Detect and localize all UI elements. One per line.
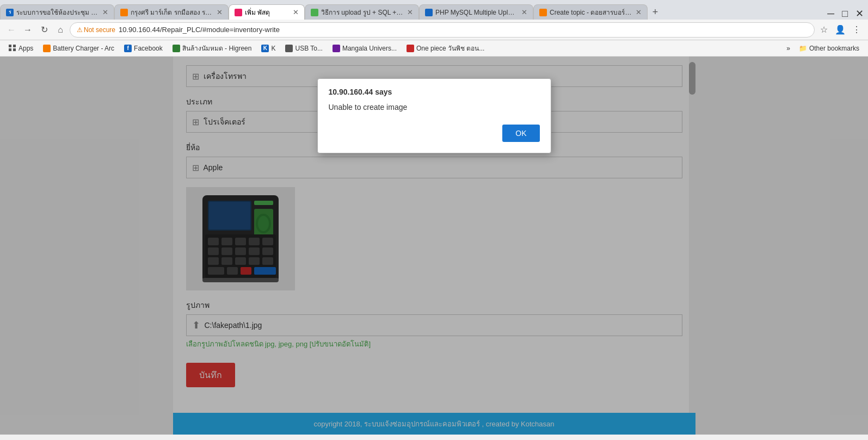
new-tab-button[interactable]: +	[648, 4, 663, 20]
bookmark-onepiece-label: One piece วันพิช ตอน...	[416, 43, 484, 53]
reload-button[interactable]: ↻	[37, 23, 51, 37]
dialog-title: 10.90.160.44 says	[329, 88, 540, 96]
back-button[interactable]: ←	[4, 23, 19, 37]
tab-2[interactable]: กรุงศรี มาร์เก็ต รกมือสอง รถเต็น... ✕	[114, 4, 229, 20]
tab-1-favicon: ร	[6, 9, 14, 16]
close-button[interactable]: ✕	[853, 8, 866, 20]
tab-6[interactable]: Create topic - ดอยสารบอร์ด สำห... ✕	[533, 4, 648, 20]
not-secure-indicator: ⚠ Not secure	[77, 26, 115, 34]
tab-3[interactable]: เพิ่ม พัสดุ ✕	[229, 4, 305, 20]
mangala-favicon	[333, 45, 340, 52]
tab-1-close[interactable]: ✕	[99, 8, 108, 16]
tab-3-favicon	[235, 9, 242, 16]
nav-bar: ← → ↻ ⌂ ⚠ Not secure 10.90.160.44/Repair…	[0, 20, 868, 40]
dialog-overlay: 10.90.160.44 says Unable to create image…	[0, 57, 868, 435]
bookmark-sinlangnum[interactable]: สินล้างนัมหมด - Higreen	[168, 42, 256, 54]
minimize-button[interactable]: ─	[825, 8, 836, 20]
dialog-ok-button[interactable]: OK	[502, 125, 539, 142]
k-favicon: K	[261, 45, 269, 52]
bookmark-apps-label: Apps	[19, 45, 33, 52]
tab-4-close[interactable]: ✕	[404, 8, 413, 16]
bookmark-usb-label: USB To...	[295, 45, 322, 52]
tab-5-title: PHP MySQL Multiple Upload F...	[435, 9, 518, 16]
tab-2-favicon	[120, 9, 128, 16]
dialog-box: 10.90.160.44 says Unable to create image…	[317, 78, 551, 153]
sinlangnum-favicon	[173, 45, 180, 52]
tab-2-close[interactable]: ✕	[213, 8, 223, 16]
bookmark-sinlangnum-label: สินล้างนัมหมด - Higreen	[182, 43, 252, 53]
bookmark-battery-label: Battery Charger - Arc	[53, 45, 114, 52]
bookmark-k[interactable]: K K	[257, 44, 280, 53]
facebook-favicon: f	[124, 45, 132, 52]
not-secure-label: Not secure	[84, 26, 115, 34]
bookmark-usb[interactable]: USB To...	[281, 44, 327, 53]
nav-right-controls: ☆ 👤 ⋮	[817, 23, 864, 37]
bookmark-apps[interactable]: Apps	[4, 44, 38, 53]
tab-6-favicon	[539, 9, 547, 16]
profile-button[interactable]: 👤	[833, 23, 847, 37]
tab-4-title: วิธีการ upload รูป + SQL + Resi...	[321, 7, 404, 17]
tab-5-favicon	[425, 9, 433, 16]
maximize-button[interactable]: □	[840, 8, 850, 20]
bookmark-k-label: K	[271, 45, 275, 52]
address-url: 10.90.160.44/Repair_PLC/#module=inventor…	[119, 26, 280, 34]
bookmark-facebook-label: Facebook	[134, 45, 163, 52]
tab-3-title: เพิ่ม พัสดุ	[245, 7, 270, 17]
bookmarks-star-button[interactable]: ☆	[817, 23, 831, 37]
tab-bar: ร ระบบการขอใช้ห้องประชุม มหาวิท... ✕ กรุ…	[0, 0, 868, 20]
bookmark-battery[interactable]: Battery Charger - Arc	[39, 44, 119, 53]
onepiece-favicon	[407, 45, 414, 52]
tab-4-favicon	[311, 9, 318, 16]
browser-chrome: ร ระบบการขอใช้ห้องประชุม มหาวิท... ✕ กรุ…	[0, 0, 868, 435]
dialog-message: Unable to create image	[329, 103, 540, 111]
bookmark-onepiece[interactable]: One piece วันพิช ตอน...	[402, 42, 489, 54]
tab-4[interactable]: วิธีการ upload รูป + SQL + Resi... ✕	[305, 4, 419, 20]
tab-5-close[interactable]: ✕	[518, 8, 527, 16]
tab-1[interactable]: ร ระบบการขอใช้ห้องประชุม มหาวิท... ✕	[0, 4, 114, 20]
bookmark-facebook[interactable]: f Facebook	[120, 44, 167, 53]
forward-button[interactable]: →	[21, 23, 35, 37]
page-content: ⊞ เครื่องโทรพา ประเภท ⊞ โปรเจ็คเตอร์ ยี่…	[0, 57, 868, 435]
menu-button[interactable]: ⋮	[849, 23, 864, 37]
address-bar[interactable]: ⚠ Not secure 10.90.160.44/Repair_PLC/#mo…	[70, 22, 815, 38]
tab-5[interactable]: PHP MySQL Multiple Upload F... ✕	[419, 4, 533, 20]
battery-favicon	[43, 45, 51, 52]
other-bookmarks-label: Other bookmarks	[809, 45, 859, 52]
tab-1-title: ระบบการขอใช้ห้องประชุม มหาวิท...	[16, 7, 99, 17]
more-bookmarks-button[interactable]: »	[783, 44, 793, 53]
home-button[interactable]: ⌂	[53, 23, 67, 37]
dialog-footer: OK	[329, 125, 540, 142]
apps-grid-icon	[9, 45, 16, 52]
tab-6-close[interactable]: ✕	[632, 8, 642, 16]
usb-favicon	[285, 45, 293, 52]
window-controls: ─ □ ✕	[825, 8, 868, 20]
tab-2-title: กรุงศรี มาร์เก็ต รกมือสอง รถเต็น...	[131, 7, 213, 17]
bookmark-mangala[interactable]: Mangala Univers...	[328, 44, 401, 53]
folder-icon: 📁	[799, 45, 807, 52]
tab-3-close[interactable]: ✕	[290, 8, 299, 16]
other-bookmarks[interactable]: 📁 Other bookmarks	[795, 44, 864, 53]
bookmark-mangala-label: Mangala Univers...	[342, 45, 397, 52]
bookmarks-bar: Apps Battery Charger - Arc f Facebook สิ…	[0, 40, 868, 57]
tab-6-title: Create topic - ดอยสารบอร์ด สำห...	[550, 7, 632, 17]
